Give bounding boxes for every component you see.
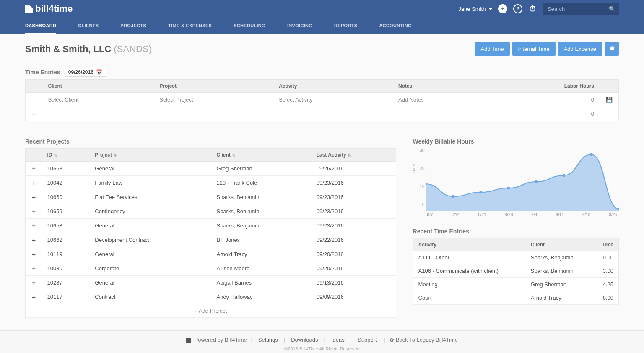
client-select[interactable]: Select Client <box>42 93 154 107</box>
recent-projects-title: Recent Projects <box>25 138 396 145</box>
nav-invoicing[interactable]: INVOICING <box>287 18 312 34</box>
logo[interactable]: bill4time <box>25 3 73 14</box>
legacy-link[interactable]: ✿ Back To Legacy Bill4Time <box>390 337 458 343</box>
internal-time-button[interactable]: Internal Time <box>512 42 556 56</box>
col-last-activity[interactable]: Last Activity⇅ <box>312 149 396 162</box>
powered-by: Powered by Bill4Time <box>195 337 247 343</box>
footer-link-ideas[interactable]: Ideas <box>331 337 345 343</box>
footer-link-downloads[interactable]: Downloads <box>291 337 318 343</box>
timer-icon[interactable]: ⏱ <box>528 4 538 13</box>
col-id[interactable]: ID⇅ <box>42 149 90 162</box>
nav-time-expenses[interactable]: TIME & EXPENSES <box>168 18 212 34</box>
topbar: bill4time Jane Smith + ? ⏱ 🔍 <box>0 0 644 18</box>
col-client[interactable]: Client <box>526 238 592 251</box>
col-time[interactable]: Time <box>591 238 618 251</box>
sort-icon: ⇅ <box>348 153 351 157</box>
nav-projects[interactable]: PROJECTS <box>120 18 146 34</box>
search-icon[interactable]: 🔍 <box>609 6 615 12</box>
search-input[interactable] <box>543 3 619 15</box>
expand-row-button[interactable]: + <box>26 276 42 290</box>
add-entry-button[interactable]: + <box>26 107 42 121</box>
svg-point-2 <box>479 191 482 193</box>
table-row[interactable]: +10119GeneralArnold Tracy09/20/2016 <box>26 247 396 261</box>
add-expense-button[interactable]: Add Expense <box>558 42 602 56</box>
col-project[interactable]: Project <box>153 80 273 93</box>
expand-row-button[interactable]: + <box>26 261 42 276</box>
time-entry-row: Select Client Select Project Select Acti… <box>26 93 619 107</box>
nav-reports[interactable]: REPORTS <box>334 18 357 34</box>
nav-dashboard[interactable]: DASHBOARD <box>25 18 56 34</box>
col-client-name[interactable]: Client⇅ <box>211 149 311 162</box>
nav-scheduling[interactable]: SCHEDULING <box>234 18 265 34</box>
activity-select[interactable]: Select Activity <box>273 93 392 107</box>
table-row[interactable]: +10658GeneralSparks, Benjamin09/23/2016 <box>26 219 396 233</box>
expand-row-button[interactable]: + <box>26 162 42 176</box>
date-value: 09/26/2016 <box>68 69 93 75</box>
cell-client: Greg Sherman <box>526 278 592 291</box>
time-entries-date-picker[interactable]: 09/26/2016 📅 <box>65 68 106 77</box>
add-icon[interactable]: + <box>498 4 507 13</box>
cell-client: Arnold Tracy <box>526 291 592 305</box>
cell-client: Sparks, Benjamin <box>526 251 592 264</box>
cell-client: Sparks, Benjamin <box>211 219 311 233</box>
cell-id: 10287 <box>42 276 90 290</box>
col-activity[interactable]: Activity <box>413 238 526 251</box>
table-row[interactable]: +10042Family Law123 - Frank Cole09/23/20… <box>26 176 396 190</box>
expand-row-button[interactable]: + <box>26 247 42 261</box>
chart-xlabels: 8/78/148/218/289/49/119/189/25 <box>426 212 619 217</box>
expand-row-button[interactable]: + <box>26 219 42 233</box>
page-title: Smith & Smith, LLC (SANDS) <box>25 44 152 55</box>
table-row[interactable]: MeetingGreg Sherman4.25 <box>413 278 618 291</box>
add-time-button[interactable]: Add Time <box>475 42 510 56</box>
table-row[interactable]: +10030CorporateAllison Moore09/20/2016 <box>26 261 396 276</box>
table-row[interactable]: +10660Flat Fee ServicesSparks, Benjamin0… <box>26 190 396 204</box>
weekly-billable-chart: Hours 3020100 8/78/148/218/289/49/119/18… <box>413 148 619 220</box>
nav-clients[interactable]: CLIENTS <box>78 18 99 34</box>
table-row[interactable]: A111 - OtherSparks, Benjamin0.00 <box>413 251 618 264</box>
table-row[interactable]: +10659ContingencySparks, Benjamin09/23/2… <box>26 204 396 219</box>
expand-row-button[interactable]: + <box>26 233 42 247</box>
help-icon[interactable]: ? <box>513 4 522 13</box>
page-header: Smith & Smith, LLC (SANDS) Add Time Inte… <box>25 42 619 56</box>
cell-project: General <box>90 276 211 290</box>
table-row[interactable]: +10663GeneralGreg Sherman09/26/2016 <box>26 162 396 176</box>
table-row[interactable]: CourtArnold Tracy8.00 <box>413 291 618 305</box>
time-entries-title: Time Entries <box>25 69 60 76</box>
expand-row-button[interactable]: + <box>26 176 42 190</box>
footer: Powered by Bill4Time |Settings|Downloads… <box>0 330 644 353</box>
table-row[interactable]: +10662Development ContractBill Jones09/2… <box>26 233 396 247</box>
cell-id: 10119 <box>42 247 90 261</box>
col-client[interactable]: Client <box>42 80 154 93</box>
cell-id: 10662 <box>42 233 90 247</box>
col-notes[interactable]: Notes <box>392 80 490 93</box>
col-labor-hours[interactable]: Labor Hours <box>490 80 600 93</box>
expand-row-button[interactable]: + <box>26 190 42 204</box>
page: Smith & Smith, LLC (SANDS) Add Time Inte… <box>0 34 644 330</box>
table-row[interactable]: +10117ContractAndy Halloway09/09/2016 <box>26 290 396 304</box>
table-row[interactable]: A106 - Communicate (with client)Sparks, … <box>413 264 618 278</box>
expand-row-button[interactable]: + <box>26 290 42 304</box>
col-project-name[interactable]: Project⇅ <box>90 149 211 162</box>
cell-last-activity: 09/20/2016 <box>312 261 396 276</box>
cell-last-activity: 09/23/2016 <box>312 204 396 219</box>
project-select[interactable]: Select Project <box>153 93 273 107</box>
notes-input[interactable]: Add Notes <box>392 93 490 107</box>
hours-value[interactable]: 0 <box>490 93 600 107</box>
company-name: Smith & Smith, LLC <box>25 44 111 54</box>
user-menu[interactable]: Jane Smith <box>458 6 492 12</box>
footer-link-support[interactable]: Support <box>358 337 377 343</box>
add-project-button[interactable]: + Add Project <box>26 304 396 318</box>
nav-accounting[interactable]: ACCOUNTING <box>379 18 412 34</box>
time-entries-table: Client Project Activity Notes Labor Hour… <box>25 79 619 121</box>
cell-time: 0.00 <box>591 251 618 264</box>
expand-row-button[interactable]: + <box>26 204 42 219</box>
col-activity[interactable]: Activity <box>273 80 392 93</box>
settings-button[interactable] <box>605 42 619 56</box>
time-entry-add-row: + 0 <box>26 107 619 121</box>
cell-project: Contract <box>90 290 211 304</box>
save-icon[interactable]: 💾 <box>600 93 619 107</box>
footer-link-settings[interactable]: Settings <box>258 337 278 343</box>
table-row[interactable]: +10287GeneralAbigail Barnes09/13/2016 <box>26 276 396 290</box>
chart-title: Weekly Billable Hours <box>413 138 619 145</box>
caret-down-icon <box>489 8 492 10</box>
